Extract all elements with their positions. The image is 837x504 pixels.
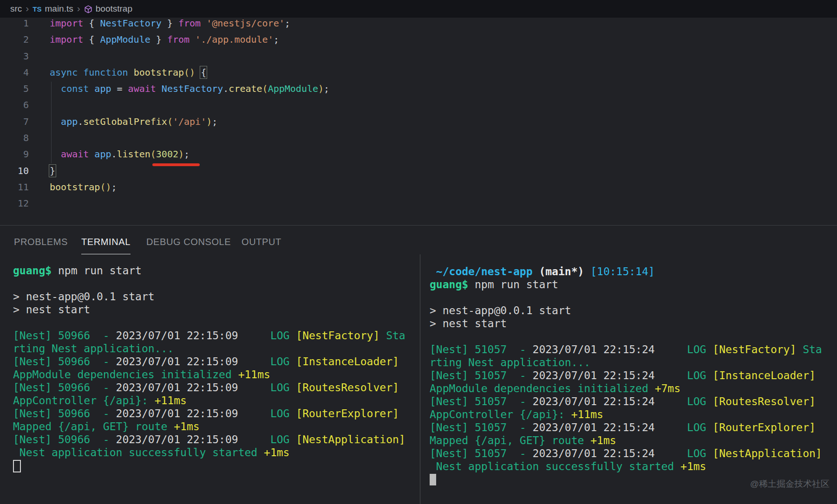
terminal-line: [Nest] 51057 - 2023/07/01 22:15:24 LOG [… [430,447,836,460]
line-number: 10 [0,163,29,179]
terminal-line: rting Nest application... [13,342,418,355]
code-line: 3 [0,48,837,65]
terminal-cursor-hollow [13,460,21,472]
terminal-line: [Nest] 51057 - 2023/07/01 22:15:24 LOG [… [430,421,836,434]
terminal-line: AppController {/api}: +11ms [430,408,836,421]
terminal-line [430,330,836,343]
terminal-line: ~/code/nest-app (main*) [10:15:14] [430,265,836,278]
line-number: 4 [0,65,29,81]
line-number: 6 [0,97,29,113]
red-annotation-line [152,163,200,166]
terminal-line: Mapped {/api, GET} route +1ms [430,434,836,447]
terminal-line: [Nest] 50966 - 2023/07/01 22:15:09 LOG [… [13,407,418,420]
line-number: 5 [0,81,29,97]
breadcrumb-file[interactable]: main.ts [45,4,73,14]
terminal-pane-left[interactable]: guang$ npm run start> nest-app@0.0.1 sta… [13,264,418,459]
terminal-line [13,277,418,290]
terminal-line: [Nest] 51057 - 2023/07/01 22:15:24 LOG [… [430,395,836,408]
line-number: 2 [0,32,29,48]
terminal-cursor-filled [430,474,436,485]
line-number: 9 [0,146,29,162]
tab-problems[interactable]: PROBLEMS [14,237,68,254]
code-line: 1import { NestFactory } from '@nestjs/co… [0,15,837,32]
code-line: 4async function bootstrap() { [0,65,837,81]
watermark: @稀土掘金技术社区 [750,478,830,490]
terminal-line: AppController {/api}: +11ms [13,394,418,407]
terminal-line: Nest application successfully started +1… [13,446,418,459]
code-line: 8 [0,130,837,146]
breadcrumb-symbol[interactable]: bootstrap [96,4,132,14]
panel-tabbar: PROBLEMS TERMINAL DEBUG CONSOLE OUTPUT [0,228,837,257]
terminal-line: [Nest] 50966 - 2023/07/01 22:15:09 LOG [… [13,355,418,368]
chevron-right-icon: › [26,3,29,14]
chevron-right-icon: › [77,3,80,14]
terminal-line [13,316,418,329]
terminal-line [430,291,836,304]
tab-terminal[interactable]: TERMINAL [81,237,131,254]
typescript-file-icon: TS [33,5,41,13]
line-number: 12 [0,195,29,212]
terminal-line: [Nest] 51057 - 2023/07/01 22:15:24 LOG [… [430,369,836,382]
tab-debug-console[interactable]: DEBUG CONSOLE [146,237,231,254]
code-line: 12 [0,195,837,212]
terminal-line: [Nest] 51057 - 2023/07/01 22:15:24 LOG [… [430,343,836,356]
terminal-split-divider[interactable] [420,254,420,504]
terminal-line: guang$ npm run start [13,264,418,277]
code-line: 10} [0,163,837,179]
terminal-line: > nest-app@0.0.1 start [430,304,836,317]
code-line: 7 app.setGlobalPrefix('/api'); [0,114,837,130]
code-line: 11bootstrap(); [0,179,837,195]
code-line: 6 [0,97,837,113]
terminal-line: > nest-app@0.0.1 start [13,290,418,303]
line-number: 1 [0,15,29,32]
terminal-line: [Nest] 50966 - 2023/07/01 22:15:09 LOG [… [13,433,418,446]
terminal-line: guang$ npm run start [430,278,836,291]
line-number: 7 [0,114,29,130]
terminal-line: Mapped {/api, GET} route +1ms [13,420,418,433]
line-number: 3 [0,48,29,65]
line-number: 11 [0,179,29,195]
vscode-window: src › TS main.ts › bootstrap 1import { N… [0,0,837,504]
terminal-line: [Nest] 50966 - 2023/07/01 22:15:09 LOG [… [13,381,418,394]
tab-output[interactable]: OUTPUT [242,237,281,254]
breadcrumb-folder[interactable]: src [10,4,22,14]
terminal-line: [Nest] 50966 - 2023/07/01 22:15:09 LOG [… [13,329,418,342]
code-line: 2import { AppModule } from './app.module… [0,32,837,48]
terminal-line: > nest start [13,303,418,316]
terminal-line: AppModule dependencies initialized +7ms [430,382,836,395]
terminal-line: Nest application successfully started +1… [430,460,836,473]
symbol-cube-icon [84,5,92,13]
terminal-line: AppModule dependencies initialized +11ms [13,368,418,381]
code-line: 5 const app = await NestFactory.create(A… [0,81,837,97]
breadcrumb: src › TS main.ts › bootstrap [0,0,837,18]
terminal-pane-right[interactable]: ~/code/nest-app (main*) [10:15:14]guang$… [430,265,836,473]
terminal-line: rting Nest application... [430,356,836,369]
code-line: 9 await app.listen(3002); [0,146,837,162]
terminal-line: > nest start [430,317,836,330]
panel-divider[interactable] [0,225,837,226]
code-editor[interactable]: 1import { NestFactory } from '@nestjs/co… [0,15,837,212]
line-number: 8 [0,130,29,146]
